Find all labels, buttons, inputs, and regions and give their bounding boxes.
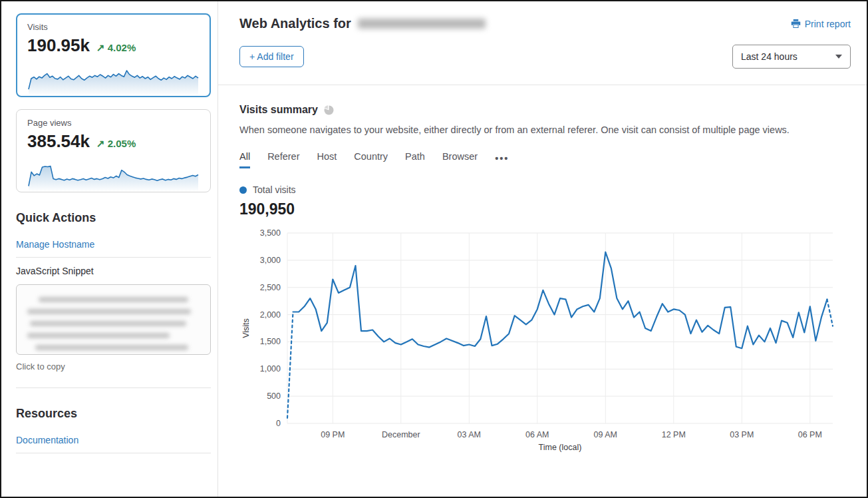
svg-text:1,000: 1,000 [260,364,281,374]
pageviews-card-delta-value: 2.05% [108,138,136,149]
visits-card-delta: ↗ 4.02% [96,42,136,54]
main-content: Web Analytics for Print report + Add fil… [218,1,867,497]
visits-summary-title: Visits summary [239,104,318,116]
svg-text:03 AM: 03 AM [458,430,481,439]
tab-country[interactable]: Country [354,151,388,168]
svg-text:06 AM: 06 AM [525,430,549,439]
tab-referer[interactable]: Referer [267,151,299,168]
printer-icon [791,19,801,29]
sidebar: Visits 190.95k ↗ 4.02% Page views 385.54… [1,1,218,497]
trend-up-icon: ↗ [96,138,105,149]
page-layout: Visits 190.95k ↗ 4.02% Page views 385.54… [1,1,867,497]
tab-browser[interactable]: Browser [442,151,478,168]
redacted-code-line [27,309,191,314]
chevron-down-icon [835,55,842,59]
chart-line-dashed-tail [827,300,833,326]
svg-text:1,500: 1,500 [260,337,281,346]
main-header: Web Analytics for Print report [239,16,851,31]
total-visits-value: 190,950 [239,200,851,218]
redacted-code-line [30,321,186,326]
header-divider [218,85,867,85]
svg-text:06 PM: 06 PM [798,430,822,439]
sidebar-divider [16,453,211,453]
chart-line-total-visits [293,252,827,349]
svg-text:2,000: 2,000 [260,310,281,320]
sidebar-divider [16,387,211,388]
visits-sparkline-chart [27,60,200,96]
manage-hostname-link[interactable]: Manage Hostname [16,232,211,257]
javascript-snippet-box[interactable] [16,284,211,355]
tab-host[interactable]: Host [317,151,337,168]
svg-text:Time (local): Time (local) [539,443,582,452]
pageviews-card-value-row: 385.54k ↗ 2.05% [27,131,200,152]
chart-container: 05001,0001,5002,0002,5003,0003,50009 PMD… [239,224,851,458]
time-range-dropdown[interactable]: Last 24 hours [732,45,851,69]
svg-text:December: December [382,430,420,439]
more-tabs-ellipsis-icon[interactable]: ••• [495,153,509,168]
svg-text:09 PM: 09 PM [321,430,345,439]
add-filter-button[interactable]: + Add filter [239,46,304,67]
svg-text:0: 0 [276,419,281,428]
trend-up-icon: ↗ [96,42,105,53]
tab-all[interactable]: All [239,151,250,168]
pageviews-card-value: 385.54k [27,131,90,152]
documentation-link[interactable]: Documentation [16,427,211,453]
pie-chart-help-icon[interactable] [323,105,334,115]
print-report-label: Print report [805,19,851,29]
visits-card-delta-value: 4.02% [108,42,136,53]
javascript-snippet-label: JavaScript Snippet [16,258,211,284]
svg-text:12 PM: 12 PM [662,430,686,439]
visits-card-label: Visits [27,22,200,32]
redacted-domain [358,19,486,29]
tab-path[interactable]: Path [405,151,425,168]
pageviews-card-delta: ↗ 2.05% [96,138,136,150]
print-report-link[interactable]: Print report [791,19,851,29]
visits-card-value: 190.95k [27,35,90,56]
visits-summary-description: When someone navigates to your website, … [239,124,851,135]
click-to-copy-hint: Click to copy [16,362,211,372]
controls-row: + Add filter Last 24 hours [239,45,851,69]
svg-text:3,500: 3,500 [260,228,281,238]
time-range-value: Last 24 hours [741,51,797,62]
redacted-code-line [27,333,170,338]
visits-chart[interactable]: 05001,0001,5002,0002,5003,0003,50009 PMD… [239,224,850,458]
page-title: Web Analytics for [239,16,486,31]
redacted-code-line [35,345,188,350]
svg-text:Visits: Visits [241,318,251,338]
pageviews-sparkline-chart [27,156,200,192]
legend-dot-icon [239,186,247,194]
visits-stat-card[interactable]: Visits 190.95k ↗ 4.02% [16,13,211,97]
page-title-text: Web Analytics for [239,16,351,31]
svg-text:2,500: 2,500 [260,283,281,292]
svg-text:03 PM: 03 PM [730,430,754,439]
visits-summary-header: Visits summary [239,104,851,116]
chart-line-dashed-head [287,312,293,418]
svg-text:3,000: 3,000 [260,256,281,265]
redacted-code-line [39,297,188,302]
svg-text:09 AM: 09 AM [594,430,617,439]
legend-label: Total visits [253,184,296,195]
visits-card-value-row: 190.95k ↗ 4.02% [27,35,200,56]
quick-actions-heading: Quick Actions [16,211,211,225]
pageviews-stat-card[interactable]: Page views 385.54k ↗ 2.05% [16,109,211,192]
resources-heading: Resources [16,407,211,421]
chart-gridlines [287,233,833,423]
pageviews-card-label: Page views [27,118,200,128]
svg-text:500: 500 [267,391,281,401]
chart-legend: Total visits [239,184,851,195]
summary-tabs: All Referer Host Country Path Browser ••… [239,151,851,168]
